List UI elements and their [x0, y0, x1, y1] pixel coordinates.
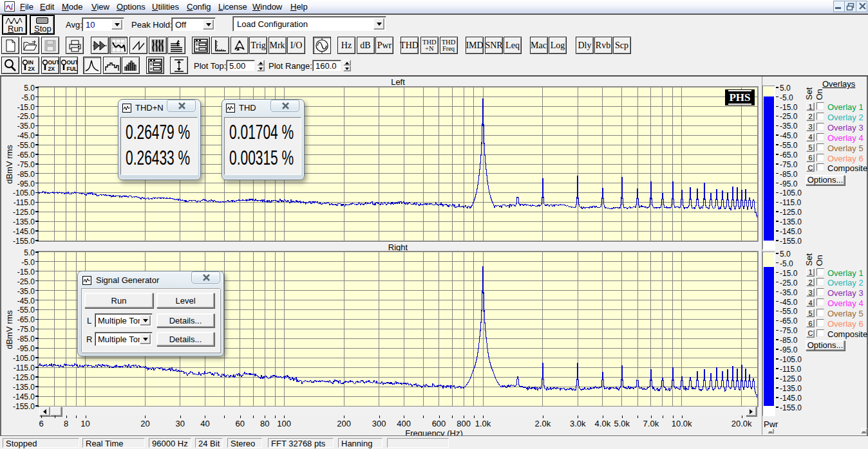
svg-text:2X: 2X [48, 66, 55, 72]
svg-text:OUT: OUT [67, 59, 78, 66]
svg-text:2X: 2X [28, 66, 35, 72]
svg-text:OUT: OUT [48, 59, 59, 66]
svg-text:IN: IN [28, 59, 34, 66]
svg-text:FULL: FULL [67, 66, 78, 72]
